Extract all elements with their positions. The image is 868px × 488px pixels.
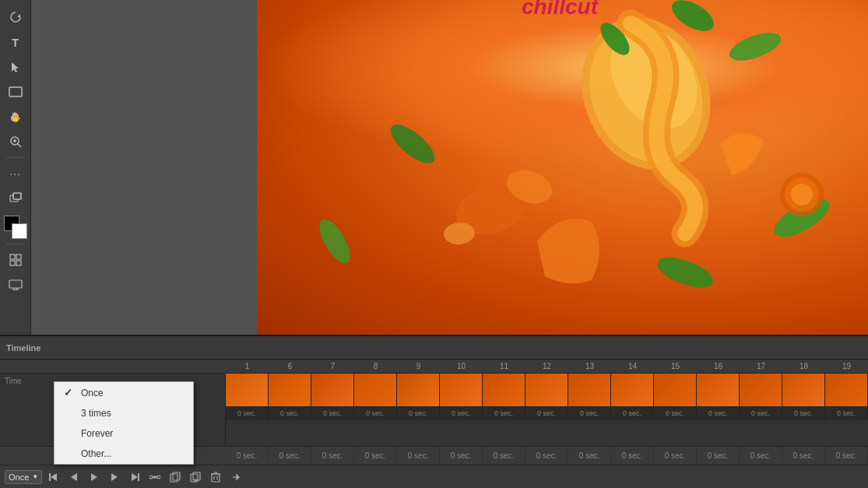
time-cell[interactable]: 0 sec. <box>397 447 440 465</box>
frame-number: 13 <box>568 362 611 370</box>
time-cell[interactable]: 0 sec. <box>697 447 740 465</box>
left-toolbar: T ✋ ··· <box>0 0 31 335</box>
loop-option-other[interactable]: Other... <box>54 444 193 464</box>
next-frame-button[interactable] <box>106 469 123 486</box>
tween-button[interactable] <box>146 469 163 486</box>
frame-time: 0 sec. <box>782 406 824 420</box>
frame-number: 12 <box>525 362 568 370</box>
time-cell[interactable]: 0 sec. <box>654 447 697 465</box>
frame-thumbnail[interactable]: 0 sec. <box>311 374 354 420</box>
frame-time: 0 sec. <box>354 406 396 420</box>
canvas-light-1 <box>257 0 868 167</box>
frame-thumbnail[interactable]: 0 sec. <box>354 374 397 420</box>
time-cell[interactable]: 0 sec. <box>825 447 868 465</box>
frame-thumbnail[interactable]: 0 sec. <box>568 374 611 420</box>
timeline-title: Timeline <box>6 343 40 353</box>
frame-thumbnail[interactable]: 0 sec. <box>226 374 269 420</box>
loop-option-forever[interactable]: Forever <box>54 423 193 444</box>
frame-number: 7 <box>311 362 354 370</box>
svg-rect-15 <box>9 280 22 288</box>
frame-number: 19 <box>825 362 868 370</box>
svg-rect-36 <box>49 473 51 481</box>
time-cell[interactable]: 0 sec. <box>782 447 825 465</box>
frame-thumbnail[interactable]: 0 sec. <box>525 374 568 420</box>
last-frame-button[interactable] <box>126 469 143 486</box>
layer-row: Time <box>5 377 22 385</box>
rotate-tool[interactable] <box>5 6 26 28</box>
frame-time: 0 sec. <box>269 406 311 420</box>
tool-separator-1 <box>6 157 25 158</box>
copy-frame-button[interactable] <box>167 469 184 486</box>
frame-time: 0 sec. <box>740 406 782 420</box>
svg-rect-41 <box>138 473 139 481</box>
first-frame-button[interactable] <box>45 469 62 486</box>
frame-number: 15 <box>654 362 697 370</box>
play-button[interactable] <box>86 469 103 486</box>
time-cell[interactable]: 0 sec. <box>354 447 397 465</box>
svg-point-43 <box>149 476 153 479</box>
frame-time: 0 sec. <box>483 406 525 420</box>
svg-rect-9 <box>13 193 21 199</box>
timeline-area: Timeline 167891011121314151617181920 Tim… <box>0 335 868 488</box>
time-cell[interactable]: 0 sec. <box>440 447 483 465</box>
shape-tool[interactable] <box>5 81 26 103</box>
prev-frame-button[interactable] <box>65 469 83 486</box>
time-cell[interactable]: 0 sec. <box>611 447 654 465</box>
time-cell[interactable]: 0 sec. <box>568 447 611 465</box>
delete-frame-button[interactable] <box>207 469 224 486</box>
more-tools[interactable]: ··· <box>5 163 26 184</box>
frame-thumbnail[interactable]: 0 sec. <box>440 374 483 420</box>
svg-marker-42 <box>132 473 138 481</box>
frame-number: 11 <box>483 362 525 370</box>
loop-option-once[interactable]: ✓Once <box>54 382 193 403</box>
frame-thumbnail[interactable]: 0 sec. <box>740 374 782 420</box>
convert-button[interactable] <box>227 469 244 486</box>
menu-item-label: Forever <box>81 428 113 439</box>
zoom-tool[interactable] <box>5 131 26 153</box>
time-cell[interactable]: 0 sec. <box>226 447 269 465</box>
frame-thumbnail[interactable]: 0 sec. <box>825 374 868 420</box>
frame-thumbnail[interactable]: 0 sec. <box>483 374 525 420</box>
select-tool[interactable] <box>5 56 26 78</box>
frame-time: 0 sec. <box>226 406 268 420</box>
svg-marker-38 <box>71 473 77 481</box>
time-cell[interactable]: 0 sec. <box>525 447 568 465</box>
color-swatch[interactable] <box>4 216 27 239</box>
new-frame-button[interactable] <box>187 469 204 486</box>
frame-thumbnail[interactable]: 0 sec. <box>269 374 311 420</box>
time-cell[interactable]: 0 sec. <box>740 447 782 465</box>
loop-option-3-times[interactable]: 3 times <box>54 403 193 423</box>
frame-numbers-row: 167891011121314151617181920 <box>0 360 868 374</box>
loop-dropdown[interactable]: Once ▼ <box>5 470 42 484</box>
screen-tool[interactable] <box>5 274 26 296</box>
time-cell[interactable]: 0 sec. <box>269 447 311 465</box>
frame-number: 9 <box>397 362 440 370</box>
loop-menu: ✓Once3 timesForeverOther... <box>54 381 194 465</box>
frame-thumbnail[interactable]: 0 sec. <box>697 374 740 420</box>
extra-tool[interactable] <box>5 188 26 209</box>
hand-tool[interactable]: ✋ <box>5 106 26 128</box>
grid-tool[interactable] <box>5 249 26 271</box>
menu-item-label: 3 times <box>81 408 111 419</box>
loop-label: Once <box>9 472 29 482</box>
frame-number: 6 <box>269 362 311 370</box>
time-cell[interactable]: 0 sec. <box>483 447 525 465</box>
canvas-image: chillcut <box>257 0 868 335</box>
time-cell[interactable]: 0 sec. <box>311 447 354 465</box>
frame-time: 0 sec. <box>697 406 739 420</box>
background-color[interactable] <box>12 223 27 239</box>
frame-number: 8 <box>354 362 397 370</box>
frame-time: 0 sec. <box>568 406 610 420</box>
text-tool[interactable]: T <box>5 31 26 53</box>
frame-time: 0 sec. <box>654 406 696 420</box>
frame-time: 0 sec. <box>525 406 568 420</box>
frame-thumbnail[interactable]: 0 sec. <box>397 374 440 420</box>
svg-rect-2 <box>9 87 22 97</box>
frame-time: 0 sec. <box>311 406 353 420</box>
canvas-area: chillcut <box>31 0 868 335</box>
frame-thumbnail[interactable]: 0 sec. <box>611 374 654 420</box>
frame-number: 14 <box>611 362 654 370</box>
frame-thumbnail[interactable]: 0 sec. <box>654 374 697 420</box>
frame-thumbnail[interactable]: 0 sec. <box>782 374 825 420</box>
menu-item-label: Other... <box>81 448 111 459</box>
